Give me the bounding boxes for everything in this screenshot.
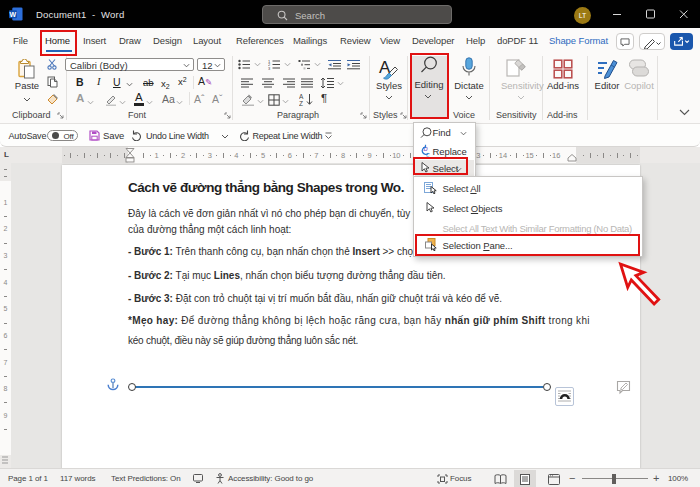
svg-text:3: 3 [268, 66, 271, 70]
svg-text:A: A [299, 93, 304, 100]
svg-text:W: W [10, 11, 17, 18]
svg-text:Z: Z [299, 100, 303, 106]
